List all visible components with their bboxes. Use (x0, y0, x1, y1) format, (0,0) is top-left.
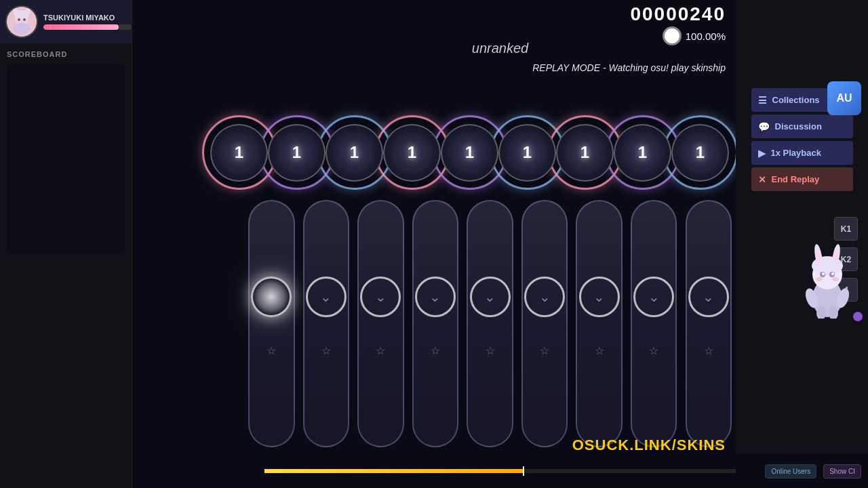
lane-arrow-5: ⌄ (484, 289, 496, 305)
health-bar-container (43, 24, 132, 30)
playback-button[interactable]: ▶ 1x Playback (751, 141, 853, 165)
lane-arrow-2: ⌄ (320, 289, 332, 305)
lane-8: ⌄ ☆ (627, 200, 682, 447)
lane-hit-zone-8: ⌄ (633, 277, 674, 317)
hit-number-5: 1 (465, 143, 474, 162)
lane-arrow-4: ⌄ (429, 289, 441, 305)
discussion-icon: 💬 (758, 121, 770, 132)
lane-hit-zone-7: ⌄ (579, 277, 620, 317)
replay-mode-text: REPLAY MODE - Watching osu! play skinshi… (532, 62, 726, 73)
lane-6: ⌄ ☆ (517, 200, 572, 447)
osuck-text: OSUCK.LINK/SKINS (572, 436, 726, 453)
lane-star-2: ☆ (321, 344, 331, 357)
end-replay-icon: ✕ (758, 174, 766, 185)
scoreboard-label: SCOREBOARD (7, 50, 125, 58)
bottom-right: Online Users Show CI (736, 454, 868, 488)
lane-body-1: ☆ (248, 200, 294, 447)
svg-point-19 (816, 277, 823, 281)
show-ci-label: Show CI (829, 468, 855, 475)
online-users-button[interactable]: Online Users (765, 464, 816, 479)
osuck-link: OSUCK.LINK/SKINS (572, 436, 726, 454)
progress-fill (264, 469, 524, 473)
health-bar-fill (43, 24, 119, 30)
circle-inner-2: 1 (268, 124, 326, 182)
lane-7: ⌄ ☆ (572, 200, 627, 447)
accuracy-display: 100.00% (630, 26, 726, 45)
player-header: TSUKIYUKI MIYAKO (0, 0, 132, 43)
hit-number-6: 1 (523, 143, 532, 162)
score-value: 00000240 (630, 3, 726, 25)
lane-star-4: ☆ (431, 344, 440, 357)
lane-star-9: ☆ (704, 344, 713, 357)
lane-9: ⌄ ☆ (682, 200, 736, 447)
unranked-label: unranked (472, 41, 528, 56)
lane-star-5: ☆ (486, 344, 495, 357)
playback-label: 1x Playback (771, 148, 821, 158)
lane-hit-zone-9: ⌄ (688, 277, 729, 317)
lane-star-1: ☆ (267, 344, 276, 357)
lane-star-3: ☆ (376, 344, 385, 357)
lane-body-9: ⌄ ☆ (686, 200, 732, 447)
circle-inner-9: 1 (671, 124, 729, 182)
end-replay-label: End Replay (772, 174, 820, 184)
lane-arrow-6: ⌄ (539, 289, 551, 305)
hit-number-2: 1 (292, 143, 301, 162)
hit-number-9: 1 (696, 143, 705, 162)
end-replay-button[interactable]: ✕ End Replay (751, 167, 853, 191)
right-panel: AU ☰ Collections 💬 Discussion ▶ 1x Playb… (736, 0, 868, 488)
hit-number-8: 1 (638, 143, 647, 162)
k1-label: K1 (841, 224, 851, 234)
lane-body-4: ⌄ ☆ (412, 200, 458, 447)
accuracy-value: 100.00% (686, 30, 726, 42)
lane-star-8: ☆ (649, 344, 658, 357)
lane-body-8: ⌄ ☆ (631, 200, 677, 447)
lane-hit-zone-6: ⌄ (524, 277, 565, 317)
lane-3: ⌄ ☆ (353, 200, 408, 447)
progress-bar-container (264, 469, 736, 473)
hit-number-3: 1 (350, 143, 359, 162)
online-users-label: Online Users (771, 468, 810, 475)
lane-star-6: ☆ (540, 344, 549, 357)
scoreboard-area: SCOREBOARD (0, 43, 132, 488)
collections-label: Collections (772, 95, 820, 105)
circle-inner-8: 1 (614, 124, 671, 182)
svg-point-2 (14, 23, 30, 34)
lane-body-6: ⌄ ☆ (521, 200, 568, 447)
svg-point-6 (18, 18, 20, 21)
svg-point-20 (832, 277, 839, 281)
lane-body-7: ⌄ ☆ (576, 200, 622, 447)
lanes-area: ☆ ⌄ ☆ ⌄ ☆ (244, 200, 736, 447)
lane-arrow-3: ⌄ (375, 289, 387, 305)
au-badge[interactable]: AU (827, 81, 861, 115)
character-sprite (797, 237, 858, 319)
circle-inner-7: 1 (556, 124, 614, 182)
lane-hit-zone-4: ⌄ (415, 277, 456, 317)
lane-arrow-7: ⌄ (593, 289, 605, 305)
left-sidebar: TSUKIYUKI MIYAKO SCOREBOARD (0, 0, 132, 488)
hit-number-4: 1 (408, 143, 416, 162)
hit-number-1: 1 (235, 143, 243, 162)
circle-inner-6: 1 (498, 124, 556, 182)
lane-arrow-8: ⌄ (648, 289, 660, 305)
lane-hit-zone-1 (251, 277, 292, 317)
lanes-row: ☆ ⌄ ☆ ⌄ ☆ (244, 200, 736, 447)
discussion-button[interactable]: 💬 Discussion (751, 115, 853, 138)
lane-hit-zone-5: ⌄ (470, 277, 511, 317)
show-ci-button[interactable]: Show CI (823, 464, 861, 479)
purple-dot (853, 312, 863, 321)
lane-hit-zone-3: ⌄ (360, 277, 401, 317)
avatar-image (7, 7, 37, 37)
player-info: TSUKIYUKI MIYAKO (43, 14, 132, 30)
circle-inner-4: 1 (383, 124, 441, 182)
lane-2: ⌄ ☆ (299, 200, 354, 447)
svg-point-18 (831, 272, 834, 275)
lane-hit-zone-2: ⌄ (306, 277, 347, 317)
score-display: 00000240 100.00% (630, 3, 726, 45)
player-avatar (5, 5, 38, 38)
player-name: TSUKIYUKI MIYAKO (43, 14, 132, 22)
lane-body-5: ⌄ ☆ (467, 200, 513, 447)
bottom-bar (264, 454, 736, 488)
scoreboard-content (7, 64, 125, 253)
collections-icon: ☰ (758, 95, 767, 106)
svg-point-7 (23, 18, 26, 21)
